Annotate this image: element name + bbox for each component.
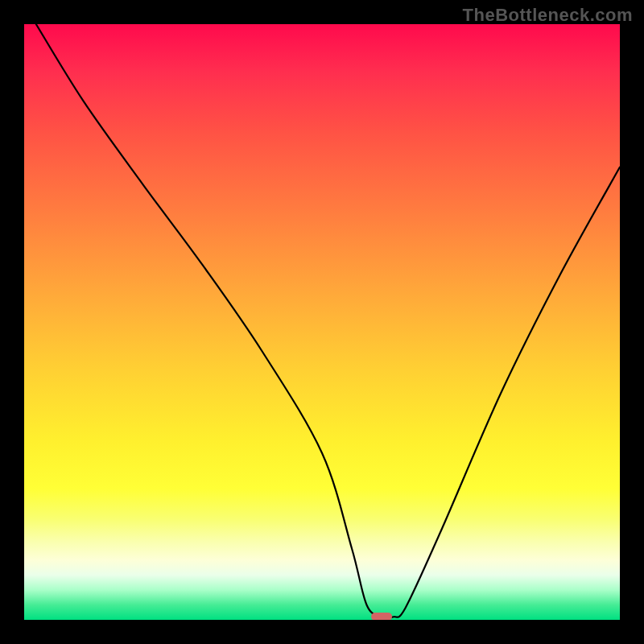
plot-area [24, 24, 620, 620]
chart-frame: TheBottleneck.com [0, 0, 644, 644]
bottleneck-curve [24, 24, 620, 620]
optimal-point-marker [371, 613, 392, 620]
watermark-text: TheBottleneck.com [463, 5, 633, 26]
